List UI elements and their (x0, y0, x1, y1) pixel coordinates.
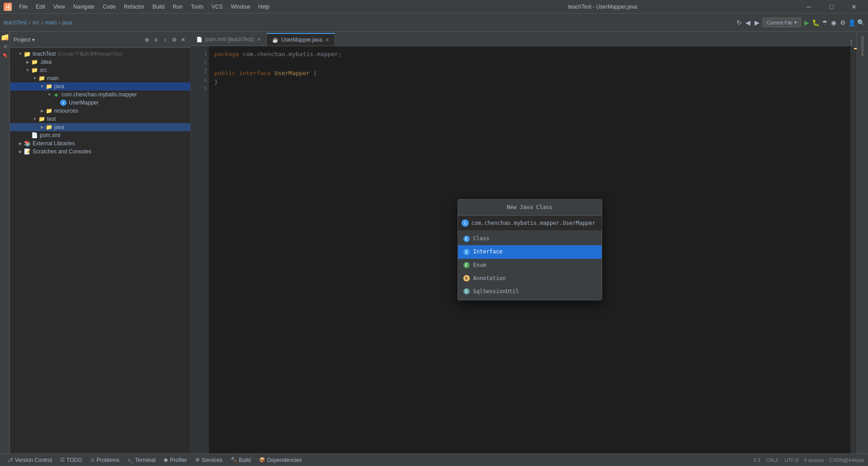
dialog-item-sqlsessionutil[interactable]: S SqlSessionUtil (458, 285, 602, 298)
bottom-tab-services[interactable]: ⚙ Services (192, 456, 226, 464)
current-file-label: Current File (767, 20, 793, 25)
menu-item-view[interactable]: View (50, 3, 69, 11)
locate-icon[interactable]: ⊕ (143, 36, 151, 43)
tab-usermapper-close[interactable]: ✕ (325, 37, 329, 43)
collapse-icon[interactable]: ≡ (152, 36, 160, 43)
bottom-tab-problems[interactable]: ⚠ Problems (87, 456, 123, 464)
menu-bar: FileEditViewNavigateCodeRefactorBuildRun… (15, 3, 407, 11)
tree-icon-java: 📁 (45, 83, 52, 90)
class-icon: C (463, 236, 470, 242)
bottom-tab-services-label: Services (202, 457, 222, 463)
menu-item-help[interactable]: Help (255, 3, 273, 11)
dialog-item-enum-label: Enum (473, 261, 486, 270)
tree-arrow-pkg: ▼ (46, 91, 52, 98)
coverage-icon[interactable]: ☂ (821, 19, 828, 26)
tree-item-resources[interactable]: ▶ 📁 resources (10, 107, 190, 115)
hide-icon[interactable]: ✕ (179, 36, 187, 43)
scroll-left-icon[interactable]: ◀ (745, 19, 752, 26)
tree-item-usermapper[interactable]: ▶ I UserMapper (10, 99, 190, 107)
menu-item-code[interactable]: Code (99, 3, 119, 11)
run-icon[interactable]: ▶ (803, 19, 810, 26)
tree-item-main[interactable]: ▼ 📁 main (10, 74, 190, 82)
account-icon[interactable]: 👤 (848, 19, 855, 26)
app-logo: IJ (4, 3, 12, 11)
tab-pomxml[interactable]: 📄 pom.xml (teachTest) ✕ (191, 33, 267, 46)
update-icon[interactable]: ↻ (736, 19, 743, 26)
scroll-right-icon[interactable]: ▶ (754, 19, 761, 26)
tree-item-teachtest[interactable]: ▼ 📁 teachTest D:\csdn下载的资料\teachTest (10, 50, 190, 58)
menu-item-tools[interactable]: Tools (187, 3, 207, 11)
maximize-button[interactable]: □ (821, 1, 842, 12)
code-editor[interactable]: package com.chenchao.mybatis.mapper; pub… (209, 46, 850, 453)
breadcrumb-project[interactable]: teachTest (4, 19, 27, 26)
bookmarks-strip-icon[interactable]: 🔖 (1, 52, 9, 60)
search-icon[interactable]: 🔍 (857, 19, 864, 26)
menu-item-file[interactable]: File (15, 3, 31, 11)
bottom-tab-profiler[interactable]: ◉ Profiler (160, 456, 191, 464)
menu-item-vcs[interactable]: VCS (208, 3, 226, 11)
breadcrumb-main[interactable]: main (45, 19, 57, 26)
tab-usermapper-icon: ☕ (272, 37, 278, 43)
breadcrumb-src[interactable]: src (32, 19, 39, 26)
problems-icon: ⚠ (90, 457, 95, 463)
dialog-item-class[interactable]: C Class (458, 232, 602, 245)
status-line-ending[interactable]: CRLF (766, 457, 779, 463)
menu-item-refactor[interactable]: Refactor (120, 3, 148, 11)
tree-item-src[interactable]: ▼ 📁 src (10, 66, 190, 74)
menu-item-run[interactable]: Run (169, 3, 186, 11)
menu-item-navigate[interactable]: Navigate (70, 3, 98, 11)
status-encoding[interactable]: UTF-8 (784, 457, 798, 463)
bottom-tab-todo[interactable]: ☑ TODO (57, 456, 85, 464)
tree-arrow-extlibs: ▶ (17, 140, 24, 147)
tree-item-pkg[interactable]: ▼ ◆ com.chenchao.mybatis.mapper (10, 90, 190, 99)
breadcrumb-java[interactable]: java (62, 19, 72, 26)
settings-icon[interactable]: ⚙ (839, 19, 846, 26)
status-position[interactable]: 5:1 (754, 457, 760, 463)
error-mark (854, 48, 857, 49)
status-indent[interactable]: 4 spaces (804, 457, 824, 463)
right-strip-structure[interactable]: Structure (858, 43, 867, 52)
sort-icon[interactable]: ↕ (161, 36, 169, 43)
tree-item-idea[interactable]: ▶ 📁 .idea (10, 58, 190, 66)
bottom-tab-dependencies[interactable]: 📦 Dependencies (255, 456, 306, 464)
tree-item-java[interactable]: ▼ 📁 java (10, 82, 190, 90)
services-icon: ⚙ (195, 457, 200, 463)
terminal-icon: >_ (127, 457, 133, 463)
dialog-item-annotation[interactable]: @ Annotation (458, 272, 602, 285)
menu-item-build[interactable]: Build (149, 3, 168, 11)
tree-item-extlibs[interactable]: ▶ 📚 External Libraries (10, 139, 190, 147)
tree-item-pomxml[interactable]: ▶ 📄 pom.xml (10, 131, 190, 139)
minimize-button[interactable]: ─ (798, 1, 819, 12)
profile-icon[interactable]: ◉ (830, 19, 837, 26)
close-button[interactable]: ✕ (844, 1, 864, 12)
bottom-tab-terminal[interactable]: >_ Terminal (124, 456, 159, 464)
new-java-class-dialog: New Java Class i C Class I (458, 199, 602, 300)
dialog-item-interface[interactable]: I Interface (458, 245, 602, 258)
bottom-tab-dependencies-label: Dependencies (267, 457, 302, 463)
tree-arrow-scratches: ▶ (17, 148, 24, 155)
bottom-tab-version-control[interactable]: ⎇ Version Control (4, 456, 56, 464)
dialog-input[interactable] (472, 220, 598, 226)
debug-icon[interactable]: 🐛 (812, 19, 819, 26)
dialog-item-class-label: Class (473, 234, 490, 243)
current-file-button[interactable]: Current File ▾ (763, 18, 801, 27)
bottom-tab-build[interactable]: 🔨 Build (227, 456, 255, 464)
tree-icon-scratches: 📝 (24, 148, 31, 155)
tab-more-icon[interactable]: ⋮ (848, 38, 855, 46)
project-strip-icon[interactable]: 📁 (1, 33, 9, 42)
tree-label-java-test: java (54, 124, 64, 130)
left-vertical-strip: 📁 ⊞ 🔖 (0, 32, 10, 453)
tab-usermapper[interactable]: ☕ UserMapper.java ✕ (267, 33, 335, 46)
tree-item-java-test[interactable]: ▶ 📁 java (10, 123, 190, 131)
menu-item-window[interactable]: Window (227, 3, 254, 11)
tree-item-test[interactable]: ▼ 📁 test (10, 115, 190, 123)
structure-strip-icon[interactable]: ⊞ (1, 43, 9, 51)
dialog-item-enum[interactable]: E Enum (458, 259, 602, 272)
menu-item-edit[interactable]: Edit (32, 3, 49, 11)
sidebar-title: Project ▾ (14, 37, 142, 43)
tree-arrow-resources: ▶ (39, 108, 45, 114)
status-branch[interactable]: CSDN@44#jaia (829, 457, 864, 463)
tree-item-scratches[interactable]: ▶ 📝 Scratches and Consoles (10, 147, 190, 156)
gear-icon[interactable]: ⚙ (170, 36, 178, 43)
tab-pomxml-close[interactable]: ✕ (257, 37, 261, 43)
